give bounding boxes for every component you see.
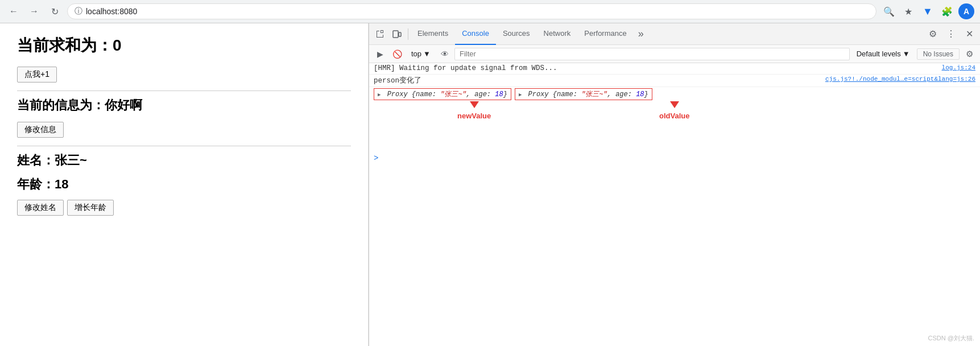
console-toolbar: ▶ 🚫 top ▼ 👁 Default levels ▼ No Issues ⚙ [369, 45, 980, 63]
clear-console-icon[interactable]: 🚫 [390, 47, 404, 61]
devtools-close-icon[interactable]: ✕ [961, 26, 978, 43]
eye-icon[interactable]: 👁 [437, 47, 452, 61]
address-bar[interactable]: ⓘ localhost:8080 [67, 3, 876, 19]
browser-toolbar: ← → ↻ ⓘ localhost:8080 🔍 ★ ▼ 🧩 A [0, 0, 980, 23]
default-levels-button[interactable]: Default levels ▼ [852, 48, 915, 59]
info-section: 当前的信息为：你好啊 修改信息 [17, 97, 351, 140]
inspect-element-icon[interactable] [371, 26, 388, 43]
proxy-new-text: Proxy {name: "张三~", age: 18} [387, 90, 507, 98]
footer-watermark: CSDN @刘大猫. [928, 334, 974, 343]
lock-icon: ⓘ [75, 6, 82, 17]
bottom-buttons: 修改姓名 增长年龄 [17, 200, 351, 218]
no-issues-badge[interactable]: No Issues [917, 48, 960, 60]
triangle-new-icon: ▶ [378, 92, 381, 98]
tab-network[interactable]: Network [537, 23, 578, 45]
back-button[interactable]: ← [6, 3, 22, 19]
tab-divider [408, 28, 408, 40]
run-script-icon[interactable]: ▶ [373, 47, 387, 61]
modify-name-button[interactable]: 修改姓名 [17, 200, 64, 216]
proxy-old-box[interactable]: ▶ Proxy {name: "张三~", age: 18} [515, 88, 652, 100]
devtools-tabs: Elements Console Sources Network Perform… [369, 23, 980, 45]
new-value-annotation: newValue [457, 101, 491, 120]
extension-icon[interactable]: ▼ [920, 3, 936, 19]
info-heading: 当前的信息为：你好啊 [17, 97, 351, 114]
top-label: top [411, 50, 421, 58]
star-icon[interactable]: ★ [900, 3, 916, 19]
hmr-text: [HMR] Waiting for update signal from WDS… [374, 64, 936, 72]
browser-chrome: ← → ↻ ⓘ localhost:8080 🔍 ★ ▼ 🧩 A [0, 0, 980, 23]
person-source[interactable]: cjs.js?!./node_modul…e=script&lang=js:26 [825, 76, 975, 83]
new-value-arrow [470, 101, 479, 108]
levels-dropdown-icon: ▼ [903, 50, 910, 58]
triangle-old-icon: ▶ [519, 92, 522, 98]
top-selector[interactable]: top ▼ [407, 48, 435, 59]
hmr-source[interactable]: log.js:24 [942, 64, 975, 71]
puzzle-icon[interactable]: 🧩 [939, 3, 955, 19]
proxy-old-text: Proxy {name: "张三~", age: 18} [528, 90, 648, 98]
divider-1 [17, 90, 351, 91]
age-field: 年龄：18 [17, 176, 351, 193]
new-value-label: newValue [457, 112, 491, 120]
modify-info-button[interactable]: 修改信息 [17, 122, 64, 138]
console-line-person: person变化了 cjs.js?!./node_modul…e=script&… [369, 75, 980, 87]
grow-age-button[interactable]: 增长年龄 [67, 200, 114, 216]
person-text: person变化了 [374, 76, 820, 85]
browser-actions: 🔍 ★ ▼ 🧩 A [881, 3, 974, 19]
console-cursor-icon: > [374, 154, 378, 163]
sum-heading: 当前求和为：0 [17, 35, 351, 56]
main-area: 当前求和为：0 点我+1 当前的信息为：你好啊 修改信息 姓名：张三~ 年龄：1… [0, 23, 980, 346]
increment-button[interactable]: 点我+1 [17, 67, 57, 83]
devtools-right-actions: ⚙ ⋮ ✕ [924, 26, 978, 43]
search-icon[interactable]: 🔍 [881, 3, 897, 19]
reload-button[interactable]: ↻ [47, 3, 63, 19]
console-output: [HMR] Waiting for update signal from WDS… [369, 63, 980, 346]
name-field: 姓名：张三~ [17, 152, 351, 169]
page-content: 当前求和为：0 点我+1 当前的信息为：你好啊 修改信息 姓名：张三~ 年龄：1… [0, 23, 369, 346]
svg-rect-0 [393, 31, 398, 38]
devtools-settings-icon[interactable]: ⚙ [924, 26, 941, 43]
device-toolbar-icon[interactable] [388, 26, 406, 43]
old-value-annotation: oldValue [659, 101, 689, 120]
console-settings-icon[interactable]: ⚙ [962, 47, 977, 61]
profile-button[interactable]: A [958, 3, 974, 19]
proxy-new-box[interactable]: ▶ Proxy {name: "张三~", age: 18} [374, 88, 511, 100]
proxy-area: ▶ Proxy {name: "张三~", age: 18} ▶ Proxy {… [369, 87, 980, 101]
tab-console[interactable]: Console [455, 23, 496, 45]
old-value-label: oldValue [659, 112, 689, 120]
old-value-arrow [670, 101, 679, 108]
console-cursor-line[interactable]: > [369, 153, 980, 164]
forward-button[interactable]: → [26, 3, 42, 19]
console-line-hmr: [HMR] Waiting for update signal from WDS… [369, 63, 980, 75]
divider-2 [17, 146, 351, 146]
tab-sources[interactable]: Sources [496, 23, 537, 45]
filter-input[interactable] [454, 48, 850, 60]
devtools-more-icon[interactable]: ⋮ [942, 26, 960, 43]
tab-performance[interactable]: Performance [577, 23, 633, 45]
svg-rect-1 [399, 32, 401, 36]
more-tabs-button[interactable]: » [634, 23, 648, 45]
devtools-panel: Elements Console Sources Network Perform… [369, 23, 980, 346]
top-dropdown-icon: ▼ [423, 50, 431, 58]
tab-elements[interactable]: Elements [411, 23, 455, 45]
url-text: localhost:8080 [86, 7, 137, 16]
annotation-container: newValue oldValue [369, 101, 980, 153]
